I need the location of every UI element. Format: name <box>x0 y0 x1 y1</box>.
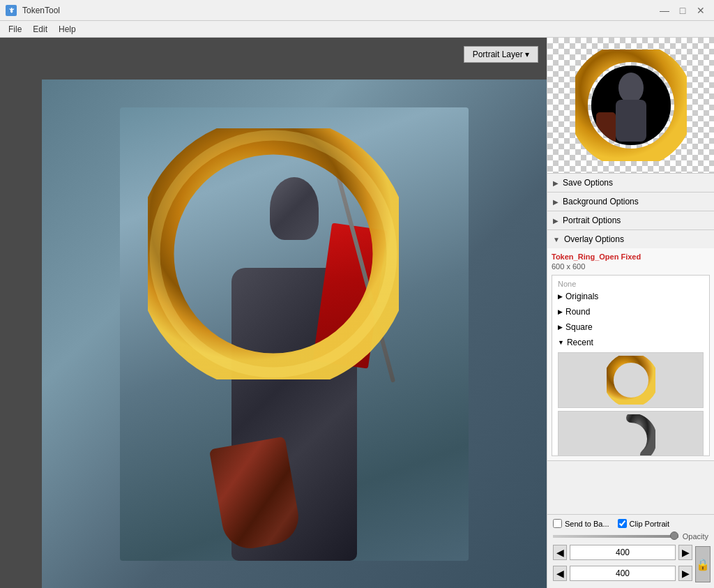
bg-expand-arrow: ▶ <box>553 198 559 206</box>
thumbnail-gold-ring[interactable] <box>558 352 704 408</box>
opacity-slider[interactable] <box>553 535 678 538</box>
overlay-options-label: Overlay Options <box>564 234 624 244</box>
title-bar-left: 🗡 TokenTool <box>6 5 60 16</box>
options-panel: ▶ Save Options ▶ Background Options ▶ Po… <box>547 174 714 514</box>
opacity-label: Opacity <box>683 532 708 541</box>
overlay-content: Token_Ring_Open Fixed 600 x 600 None ▶ O… <box>547 248 714 460</box>
dim1-decrement[interactable]: ◀ <box>553 545 567 560</box>
recent-arrow: ▼ <box>558 339 564 346</box>
dim2-input[interactable] <box>570 566 676 581</box>
square-header[interactable]: ▶ Square <box>552 320 709 334</box>
dark-ring-thumb-svg <box>607 414 655 456</box>
dim1-input[interactable] <box>570 545 676 560</box>
dimension-row-2: ◀ ▶ <box>553 566 692 581</box>
overlay-expand-arrow: ▼ <box>553 236 560 243</box>
right-panel: ▶ Save Options ▶ Background Options ▶ Po… <box>547 38 714 588</box>
window-controls: — □ ✕ <box>657 3 708 18</box>
save-options-section: ▶ Save Options <box>547 174 714 193</box>
save-expand-arrow: ▶ <box>553 179 559 187</box>
background-options-section: ▶ Background Options <box>547 193 714 211</box>
dim2-decrement[interactable]: ◀ <box>553 566 567 581</box>
overlay-options-section: ▼ Overlay Options Token_Ring_Open Fixed … <box>547 230 714 461</box>
preview-area <box>547 38 714 174</box>
window-title: TokenTool <box>22 6 60 15</box>
round-group: ▶ Round <box>552 305 709 319</box>
preview-token <box>575 50 687 161</box>
preview-token-svg <box>575 50 687 161</box>
menu-edit[interactable]: Edit <box>27 23 53 36</box>
square-label: Square <box>565 322 593 332</box>
title-bar: 🗡 TokenTool — □ ✕ <box>0 0 714 21</box>
gold-ring-overlay <box>148 128 399 379</box>
close-button[interactable]: ✕ <box>693 3 708 18</box>
recent-content <box>552 349 709 456</box>
overlay-list[interactable]: None ▶ Originals ▶ <box>552 275 710 456</box>
overlay-options-header[interactable]: ▼ Overlay Options <box>547 230 714 248</box>
svg-rect-7 <box>616 100 646 142</box>
app-icon: 🗡 <box>6 5 17 16</box>
svg-point-9 <box>609 358 653 402</box>
square-arrow: ▶ <box>558 324 563 331</box>
svg-point-1 <box>155 135 392 372</box>
menu-file[interactable]: File <box>3 23 27 36</box>
portrait-expand-arrow: ▶ <box>553 217 559 225</box>
main-layout: Portrait Layer ▾ <box>0 38 714 588</box>
originals-label: Originals <box>565 292 598 301</box>
originals-arrow: ▶ <box>558 293 563 300</box>
dim1-increment[interactable]: ▶ <box>678 545 692 560</box>
square-group: ▶ Square <box>552 320 709 334</box>
send-to-back-item: Send to Ba... <box>553 519 609 528</box>
bottom-controls: Send to Ba... Clip Portrait Opacity ◀ <box>547 514 714 588</box>
svg-point-6 <box>618 73 644 103</box>
clip-portrait-item: Clip Portrait <box>618 519 669 528</box>
save-options-label: Save Options <box>563 178 613 188</box>
menu-bar: File Edit Help <box>0 21 714 38</box>
save-options-header[interactable]: ▶ Save Options <box>547 174 714 192</box>
gold-ring-thumb-svg <box>607 356 655 405</box>
clip-portrait-label: Clip Portrait <box>630 520 669 528</box>
thumbnail-dark-ring[interactable] <box>558 411 704 456</box>
overlay-dimensions: 600 x 600 <box>552 262 710 271</box>
overlay-list-inner: None ▶ Originals ▶ <box>552 276 709 456</box>
send-to-back-label: Send to Ba... <box>565 520 609 528</box>
menu-help[interactable]: Help <box>53 23 82 36</box>
minimize-button[interactable]: — <box>657 3 672 18</box>
lock-aspect-button[interactable]: 🔒 <box>695 546 711 582</box>
recent-label: Recent <box>567 338 593 347</box>
opacity-row: Opacity <box>553 532 708 541</box>
round-label: Round <box>565 307 590 317</box>
maximize-button[interactable]: □ <box>675 3 690 18</box>
dims-column: ◀ ▶ ◀ ▶ <box>553 545 692 584</box>
round-arrow: ▶ <box>558 308 563 315</box>
opacity-thumb <box>670 532 678 540</box>
clip-portrait-checkbox[interactable] <box>618 519 627 528</box>
dimensions-with-lock: ◀ ▶ ◀ ▶ 🔒 <box>553 545 708 584</box>
recent-group: ▼ Recent <box>552 336 709 456</box>
portrait-options-label: Portrait Options <box>563 216 621 225</box>
knight-canvas <box>42 80 547 588</box>
portrait-options-section: ▶ Portrait Options <box>547 211 714 230</box>
recent-header[interactable]: ▼ Recent <box>552 336 709 349</box>
send-to-back-checkbox[interactable] <box>553 519 562 528</box>
background-options-header[interactable]: ▶ Background Options <box>547 193 714 211</box>
overlay-file-name: Token_Ring_Open Fixed <box>552 252 710 261</box>
dimension-row-1: ◀ ▶ <box>553 545 692 560</box>
portrait-layer-button[interactable]: Portrait Layer ▾ <box>464 46 538 63</box>
checkbox-row: Send to Ba... Clip Portrait <box>553 519 708 528</box>
background-options-label: Background Options <box>563 197 639 206</box>
round-header[interactable]: ▶ Round <box>552 305 709 319</box>
canvas-area[interactable]: Portrait Layer ▾ <box>0 38 547 588</box>
originals-header[interactable]: ▶ Originals <box>552 289 709 303</box>
originals-group: ▶ Originals <box>552 289 709 303</box>
portrait-options-header[interactable]: ▶ Portrait Options <box>547 211 714 229</box>
dim2-increment[interactable]: ▶ <box>678 566 692 581</box>
none-item[interactable]: None <box>552 278 709 289</box>
